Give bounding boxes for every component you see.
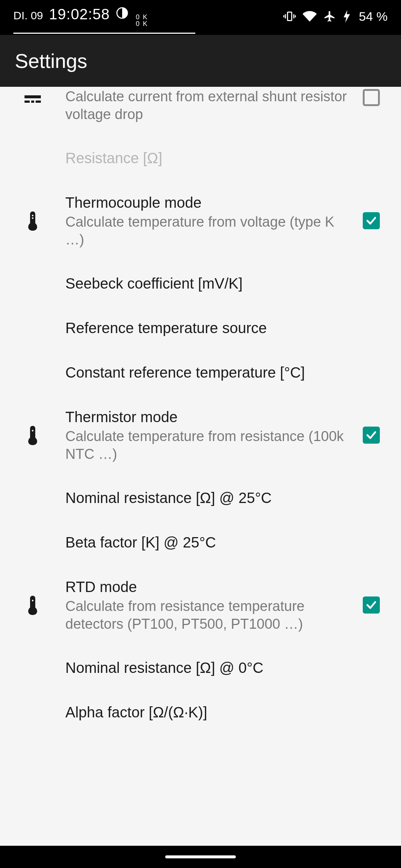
do-not-disturb-icon <box>116 7 128 22</box>
setting-title: Beta factor [K] @ 25°C <box>65 533 349 552</box>
setting-title: RTD mode <box>65 577 349 596</box>
svg-point-12 <box>32 430 33 431</box>
svg-rect-1 <box>287 12 291 21</box>
thermometer-icon <box>28 211 38 232</box>
status-date: DI. 09 <box>13 9 43 22</box>
svg-point-10 <box>32 215 33 216</box>
svg-rect-6 <box>25 95 41 98</box>
settings-list[interactable]: Calculate current from external shunt re… <box>0 87 401 846</box>
wifi-icon <box>303 9 317 23</box>
status-underline <box>13 33 195 34</box>
navigation-bar <box>0 846 401 868</box>
setting-title: Thermistor mode <box>65 407 349 427</box>
setting-alpha-factor[interactable]: Alpha factor [Ω/(Ω·K)] <box>0 690 401 726</box>
status-bar: DI. 09 19:02:58 0 K 0 K 54 % <box>0 0 401 33</box>
svg-rect-9 <box>36 101 41 103</box>
setting-thermistor-mode[interactable]: Thermistor mode Calculate temperature fr… <box>0 395 401 476</box>
setting-title: Thermocouple mode <box>65 193 349 212</box>
status-ok-indicator: 0 K 0 K <box>134 14 148 27</box>
status-time: 19:02:58 <box>49 6 110 23</box>
setting-title: Alpha factor [Ω/(Ω·K)] <box>65 703 349 722</box>
status-right: 54 % <box>283 9 388 24</box>
setting-shunt-mode[interactable]: Calculate current from external shunt re… <box>0 87 401 136</box>
setting-seebeck-coefficient[interactable]: Seebeck coefficient [mV/K] <box>0 261 401 306</box>
setting-reference-temp-source[interactable]: Reference temperature source <box>0 306 401 350</box>
thermometer-icon <box>28 596 38 617</box>
app-bar: Settings <box>0 35 401 87</box>
setting-title: Seebeck coefficient [mV/K] <box>65 274 349 293</box>
status-underline-row <box>0 33 401 35</box>
setting-thermocouple-mode[interactable]: Thermocouple mode Calculate temperature … <box>0 180 401 261</box>
setting-shunt-resistance[interactable]: Resistance [Ω] <box>0 136 401 180</box>
thermistor-checkbox[interactable] <box>363 427 380 444</box>
setting-title: Nominal resistance [Ω] @ 0°C <box>65 658 349 677</box>
gesture-handle[interactable] <box>165 855 236 858</box>
page-title: Settings <box>15 49 87 72</box>
svg-point-11 <box>32 217 33 219</box>
setting-subtitle: Calculate current from external shunt re… <box>65 88 349 123</box>
shunt-icon <box>25 95 41 108</box>
svg-rect-8 <box>31 101 34 103</box>
setting-subtitle: Calculate temperature from resistance (1… <box>65 427 349 463</box>
setting-beta-factor[interactable]: Beta factor [K] @ 25°C <box>0 520 401 565</box>
vibrate-icon <box>283 10 296 23</box>
setting-nominal-resistance-0c[interactable]: Nominal resistance [Ω] @ 0°C <box>0 645 401 690</box>
setting-title: Constant reference temperature [°C] <box>65 363 349 382</box>
thermometer-icon <box>28 426 38 447</box>
setting-nominal-resistance-25c[interactable]: Nominal resistance [Ω] @ 25°C <box>0 476 401 520</box>
svg-rect-7 <box>25 101 30 103</box>
svg-point-13 <box>32 600 33 601</box>
battery-percentage: 54 % <box>359 9 388 24</box>
charging-icon <box>343 10 351 23</box>
airplane-mode-icon <box>323 10 336 23</box>
thermocouple-checkbox[interactable] <box>363 212 380 229</box>
setting-subtitle: Calculate from resistance temperature de… <box>65 597 349 633</box>
setting-title: Nominal resistance [Ω] @ 25°C <box>65 488 349 507</box>
setting-subtitle: Calculate temperature from voltage (type… <box>65 213 349 249</box>
shunt-checkbox[interactable] <box>363 89 380 106</box>
setting-rtd-mode[interactable]: RTD mode Calculate from resistance tempe… <box>0 565 401 645</box>
status-left: DI. 09 19:02:58 0 K 0 K <box>13 6 148 27</box>
setting-constant-reference-temp[interactable]: Constant reference temperature [°C] <box>0 350 401 395</box>
rtd-checkbox[interactable] <box>363 596 380 614</box>
setting-title: Resistance [Ω] <box>65 148 349 168</box>
setting-title: Reference temperature source <box>65 318 349 338</box>
